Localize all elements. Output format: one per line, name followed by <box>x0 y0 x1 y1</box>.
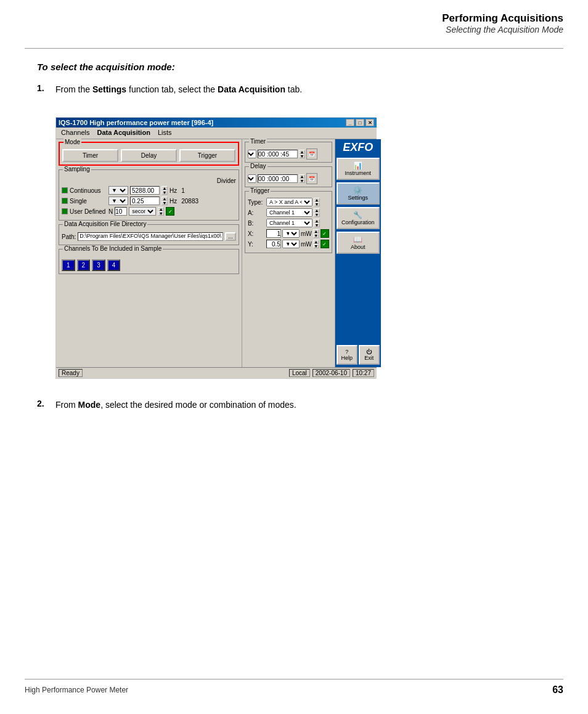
continuous-unit: Hz <box>169 187 177 194</box>
trigger-b-spin: ▲ ▼ <box>314 219 320 227</box>
delay-spin-down[interactable]: ▼ <box>299 179 305 183</box>
about-icon: 📖 <box>339 235 377 244</box>
timer-direction-select[interactable]: ▼ <box>248 150 256 158</box>
ud-spin-up[interactable]: ▲ <box>158 207 164 211</box>
single-direction-select[interactable]: ▼ <box>108 197 128 205</box>
configuration-sidebar-button[interactable]: 🔧 Configuration <box>337 207 380 229</box>
continuous-spin-down[interactable]: ▼ <box>161 190 168 195</box>
single-spin-up[interactable]: ▲ <box>161 197 168 201</box>
single-row: Single ▼ ▲ ▼ Hz 20883 <box>62 197 236 205</box>
trigger-a-spin-up[interactable]: ▲ <box>314 208 320 213</box>
delay-group: Delay ▼ ▲ ▼ 📅 <box>245 166 332 187</box>
exit-button[interactable]: ⏻ Exit <box>359 345 380 365</box>
delay-spin: ▲ ▼ <box>299 174 305 183</box>
trigger-y-label: Y: <box>248 241 265 248</box>
continuous-spin-up[interactable]: ▲ <box>161 186 168 190</box>
trigger-b-select[interactable]: Channel 1 <box>266 219 312 227</box>
trigger-y-spin-up[interactable]: ▲ <box>313 240 319 244</box>
trigger-group-label: Trigger <box>249 187 271 194</box>
close-button[interactable]: ✕ <box>365 119 374 126</box>
trigger-x-unit-select[interactable]: ▼ <box>282 229 300 238</box>
procedure-heading: To select the acquisition mode: <box>37 62 563 72</box>
configuration-label: Configuration <box>339 219 377 225</box>
delay-mode-button[interactable]: Delay <box>121 149 177 162</box>
help-icon: ? <box>339 349 355 355</box>
single-extra: 20883 <box>181 198 198 205</box>
delay-calendar-button[interactable]: 📅 <box>306 173 317 184</box>
trigger-x-spin-up[interactable]: ▲ <box>313 229 319 233</box>
trigger-a-spin: ▲ ▼ <box>314 208 320 217</box>
settings-sidebar-button[interactable]: ⚙️ Settings <box>337 182 380 205</box>
trigger-mode-button[interactable]: Trigger <box>179 149 235 162</box>
continuous-label: Continuous <box>70 187 107 194</box>
trigger-y-check[interactable]: ✓ <box>321 240 329 248</box>
ud-spin-down[interactable]: ▼ <box>158 211 164 216</box>
trigger-type-spin-up[interactable]: ▲ <box>314 198 320 202</box>
delay-direction-select[interactable]: ▼ <box>248 174 256 183</box>
single-checkbox[interactable] <box>62 198 68 204</box>
timer-spin-down[interactable]: ▼ <box>299 154 305 158</box>
delay-spin-up[interactable]: ▲ <box>299 174 305 179</box>
user-defined-checkbox[interactable] <box>62 208 68 214</box>
trigger-type-spin-down[interactable]: ▼ <box>314 202 320 206</box>
channel-1-button[interactable]: 1 <box>62 259 75 271</box>
minimize-button[interactable]: _ <box>346 119 354 126</box>
exit-icon: ⏻ <box>361 349 377 355</box>
divider-label: Divider <box>217 177 236 184</box>
mode-group: Mode Timer Delay Trigger <box>59 142 239 166</box>
continuous-row: Continuous ▼ ▲ ▼ Hz 1 <box>62 186 236 195</box>
browse-button[interactable]: ... <box>225 232 236 241</box>
about-sidebar-button[interactable]: 📖 About <box>337 232 380 254</box>
tab-lists[interactable]: Lists <box>154 128 176 138</box>
sim-window: IQS-1700 High performance power meter [9… <box>56 118 377 378</box>
ud-value-input[interactable] <box>115 207 127 216</box>
ud-check-button[interactable]: ✓ <box>166 207 174 216</box>
channel-4-button[interactable]: 4 <box>107 259 121 271</box>
single-value-input[interactable] <box>130 197 160 205</box>
trigger-a-select[interactable]: Channel 1 <box>266 208 312 217</box>
status-local: Local <box>289 369 310 377</box>
trigger-a-spin-down[interactable]: ▼ <box>314 213 320 217</box>
settings-icon: ⚙️ <box>339 186 377 195</box>
exit-label: Exit <box>361 355 377 361</box>
filepath-input[interactable]: D:\Program Files\EXFO\IQS Manager\User F… <box>78 232 223 241</box>
trigger-y-unit-select[interactable]: ▼ <box>282 240 300 248</box>
ud-unit-select[interactable]: seconds <box>129 207 156 216</box>
status-ready: Ready <box>59 369 83 377</box>
trigger-type-select[interactable]: A > X and A < Y <box>266 198 312 206</box>
channel-2-button[interactable]: 2 <box>77 259 91 271</box>
continuous-value-input[interactable] <box>130 186 160 195</box>
right-panel: Timer ▼ ▲ ▼ 📅 <box>242 139 335 367</box>
trigger-x-input[interactable] <box>266 229 281 238</box>
maximize-button[interactable]: □ <box>356 119 364 126</box>
channel-3-button[interactable]: 3 <box>92 259 105 271</box>
single-spin-down[interactable]: ▼ <box>161 201 168 205</box>
instrument-sidebar-button[interactable]: 📊 Instrument <box>337 158 380 180</box>
delay-value-input[interactable] <box>258 174 298 183</box>
trigger-x-check[interactable]: ✓ <box>321 229 329 238</box>
trigger-x-spin: ▲ ▼ <box>313 229 319 238</box>
continuous-direction-select[interactable]: ▼ <box>108 186 128 195</box>
sim-left-panel: Mode Timer Delay Trigger Sampling <box>56 139 242 367</box>
page-header: Performing Acquisitions Selecting the Ac… <box>442 12 563 34</box>
continuous-checkbox[interactable] <box>62 187 68 193</box>
trigger-b-spin-down[interactable]: ▼ <box>314 223 320 227</box>
tab-channels[interactable]: Channels <box>57 128 93 138</box>
timer-spin-up[interactable]: ▲ <box>299 150 305 154</box>
trigger-x-spin-down[interactable]: ▼ <box>313 233 319 238</box>
page-number: 63 <box>552 684 563 696</box>
sim-titlebar-buttons: _ □ ✕ <box>346 119 374 126</box>
ud-n: N <box>108 208 113 215</box>
trigger-y-spin-down[interactable]: ▼ <box>313 244 319 248</box>
sampling-group: Sampling Divider Continuous ▼ <box>59 169 239 221</box>
trigger-y-spin: ▲ ▼ <box>313 240 319 248</box>
help-button[interactable]: ? Help <box>337 345 357 365</box>
timer-value-input[interactable] <box>258 150 298 158</box>
trigger-b-spin-up[interactable]: ▲ <box>314 219 320 223</box>
tab-data-acquisition[interactable]: Data Acquisition <box>93 128 153 138</box>
channels-group: Channels To Be Included in Sample 1 2 3 … <box>59 249 239 274</box>
timer-calendar-button[interactable]: 📅 <box>306 148 317 160</box>
trigger-y-input[interactable] <box>266 240 281 248</box>
timer-mode-button[interactable]: Timer <box>62 149 118 162</box>
sim-titlebar: IQS-1700 High performance power meter [9… <box>56 118 377 128</box>
